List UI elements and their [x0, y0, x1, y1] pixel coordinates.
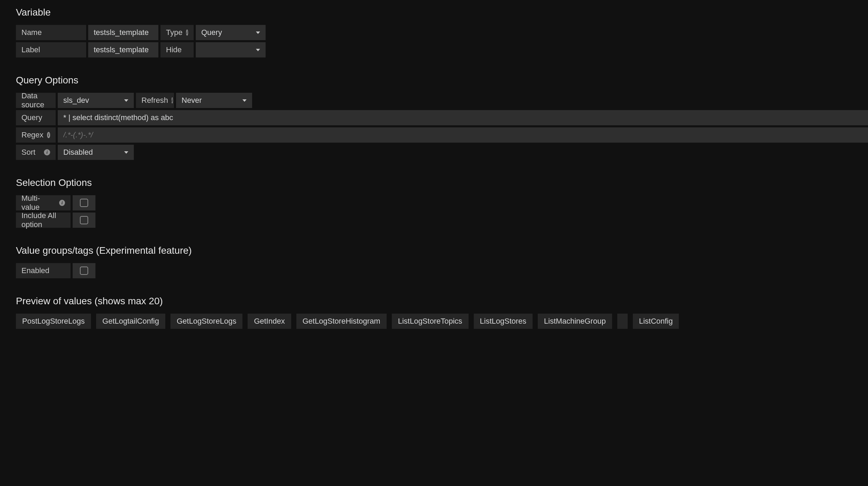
multi-value-checkbox[interactable] [80, 199, 88, 207]
label-label: Label [16, 42, 86, 57]
info-icon[interactable]: i [44, 149, 50, 155]
info-icon[interactable]: i [47, 132, 50, 138]
chevron-down-icon [124, 151, 128, 154]
type-select[interactable]: Query [196, 25, 266, 40]
selection-row-multi: Multi-value i [16, 195, 868, 210]
preview-heading: Preview of values (shows max 20) [16, 296, 868, 307]
datasource-select[interactable]: sls_dev [58, 93, 134, 108]
query-label: Query [16, 110, 56, 125]
preview-value: ListMachineGroup [538, 314, 612, 329]
label-input[interactable] [88, 42, 158, 57]
variable-row-2: Label Hide [16, 42, 868, 57]
preview-value: ListConfig [633, 314, 679, 329]
multi-value-label: Multi-value i [16, 195, 71, 210]
chevron-down-icon [256, 49, 260, 51]
preview-value: GetLogStoreLogs [170, 314, 242, 329]
chevron-down-icon [242, 99, 247, 102]
sort-label: Sort i [16, 145, 56, 160]
value-groups-heading: Value groups/tags (Experimental feature) [16, 245, 868, 256]
preview-value: GetIndex [248, 314, 291, 329]
hide-select[interactable] [196, 42, 266, 57]
enabled-label: Enabled [16, 263, 71, 278]
variable-heading: Variable [16, 7, 868, 18]
enabled-checkbox[interactable] [80, 267, 88, 275]
preview-section: Preview of values (shows max 20) PostLog… [16, 296, 868, 329]
value-groups-row-enabled: Enabled [16, 263, 868, 278]
selection-row-include: Include All option [16, 213, 868, 228]
chevron-down-icon [124, 99, 128, 102]
variable-section: Variable Name Type i Query Label Hide [16, 7, 868, 57]
regex-label: Regex i [16, 127, 56, 143]
query-row-sort: Sort i Disabled [16, 145, 868, 160]
preview-value: PostLogStoreLogs [16, 314, 91, 329]
datasource-label: Data source [16, 93, 56, 108]
preview-value: ListLogStores [474, 314, 533, 329]
preview-value: GetLogStoreHistogram [296, 314, 387, 329]
include-all-label: Include All option [16, 213, 71, 228]
selection-options-heading: Selection Options [16, 177, 868, 188]
regex-input[interactable] [58, 127, 868, 143]
info-icon[interactable]: i [59, 200, 65, 206]
value-groups-section: Value groups/tags (Experimental feature)… [16, 245, 868, 278]
preview-values-row: PostLogStoreLogsGetLogtailConfigGetLogSt… [16, 314, 868, 329]
query-options-heading: Query Options [16, 75, 868, 86]
info-icon[interactable]: i [186, 29, 188, 36]
chevron-down-icon [256, 32, 260, 34]
preview-value: GetLogtailConfig [96, 314, 165, 329]
type-label: Type i [160, 25, 194, 40]
include-all-checkbox-cell [73, 213, 95, 228]
selection-options-section: Selection Options Multi-value i Include … [16, 177, 868, 228]
query-input[interactable] [58, 110, 868, 125]
refresh-label: Refresh i [136, 93, 174, 108]
hide-label: Hide [160, 42, 194, 57]
sort-select[interactable]: Disabled [58, 145, 134, 160]
info-icon[interactable]: i [172, 97, 173, 104]
query-row-regex: Regex i [16, 127, 868, 143]
name-input[interactable] [88, 25, 158, 40]
query-row-query: Query [16, 110, 868, 125]
multi-value-checkbox-cell [73, 195, 95, 210]
refresh-select[interactable]: Never [176, 93, 252, 108]
query-options-section: Query Options Data source sls_dev Refres… [16, 75, 868, 160]
preview-value: ListLogStoreTopics [392, 314, 469, 329]
preview-gap [617, 314, 628, 329]
query-row-datasource: Data source sls_dev Refresh i Never [16, 93, 868, 108]
include-all-checkbox[interactable] [80, 216, 88, 224]
enabled-checkbox-cell [73, 263, 95, 278]
name-label: Name [16, 25, 86, 40]
variable-row-1: Name Type i Query [16, 25, 868, 40]
